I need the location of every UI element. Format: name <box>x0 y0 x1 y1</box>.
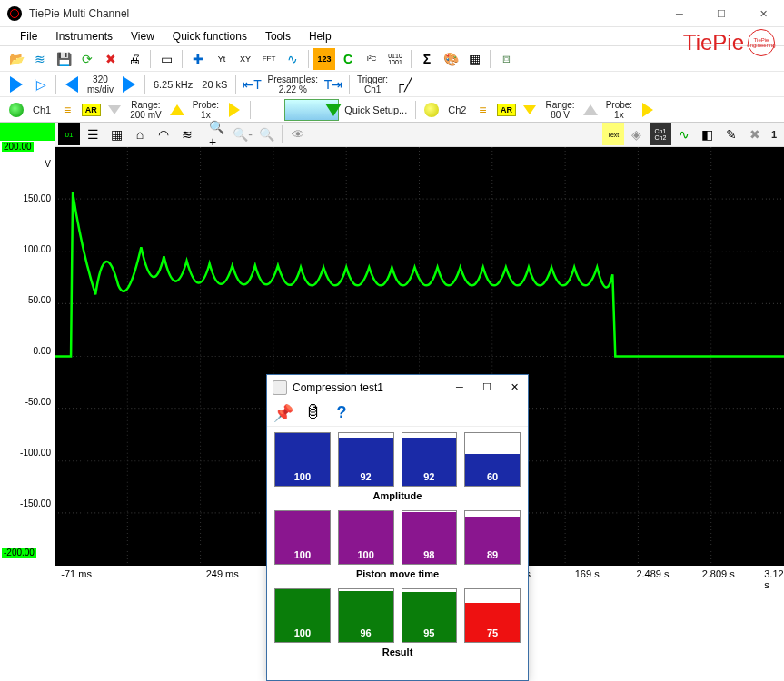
next-icon[interactable] <box>118 74 140 95</box>
ch2-coupling-icon[interactable]: ≡ <box>471 99 493 121</box>
zoom-in-icon[interactable]: 🔍+ <box>208 123 230 145</box>
comment-icon[interactable]: Text <box>602 123 624 145</box>
bar-cylinder-3: 92 <box>402 432 458 487</box>
y-axis: 200.00 V 150.00 100.00 50.00 0.00 -50.00… <box>0 123 55 586</box>
chip-icon[interactable]: ⧈ <box>495 48 517 70</box>
edit-icon[interactable]: ✎ <box>720 123 742 145</box>
timebase-speed[interactable]: 320ms/div <box>84 74 116 94</box>
zoom-reset-icon[interactable]: 🔍 <box>255 123 277 145</box>
yt-mode-icon[interactable]: Yt <box>211 48 233 70</box>
presamples[interactable]: Presamples:2.22 % <box>264 74 321 94</box>
grid-fit-icon[interactable]: 01 <box>58 123 80 145</box>
bar-cylinder-3: 98 <box>402 510 458 565</box>
align-icon[interactable]: ☰ <box>82 123 104 145</box>
i2c-icon[interactable]: I²C <box>361 48 382 70</box>
math-icon[interactable]: ≋ <box>176 123 198 145</box>
layout-icon[interactable]: ▭ <box>155 48 177 70</box>
bar-cylinder-3: 95 <box>402 588 458 643</box>
save-icon[interactable]: 💾 <box>53 48 74 70</box>
ch2-ar-badge[interactable]: AR <box>495 99 517 121</box>
ch2-range[interactable]: Range:80 V <box>542 100 577 120</box>
ch2-probe[interactable]: Probe:1x <box>603 100 635 120</box>
ch2-probe-icon[interactable] <box>637 99 659 121</box>
colorwheel-icon[interactable]: 🎨 <box>440 48 461 70</box>
waveform-icon[interactable]: ∿ <box>282 48 303 70</box>
envelope-icon[interactable]: ⌂ <box>129 123 151 145</box>
cursors-icon[interactable]: ◈ <box>626 123 648 145</box>
sample-count[interactable]: 20 kS <box>198 79 231 90</box>
ch1-range-down-icon[interactable] <box>104 99 125 121</box>
ch1-range[interactable]: Range:200 mV <box>127 100 164 120</box>
table-icon[interactable]: ▦ <box>463 48 485 70</box>
ch1-probe-icon[interactable] <box>223 99 245 121</box>
ch2-range-down-icon[interactable] <box>519 99 541 121</box>
trigger-source[interactable]: Trigger:Ch1 <box>354 74 391 94</box>
brand-circle-icon: TiePie engineering <box>748 29 775 56</box>
measure-icon[interactable]: ◧ <box>697 123 719 145</box>
piston-config-icon[interactable]: 🛢 <box>302 402 323 424</box>
t-right-icon[interactable]: T⇥ <box>323 74 344 95</box>
close-graph-icon[interactable]: ✖ <box>744 123 766 145</box>
save-waveform-icon[interactable]: ≋ <box>29 48 51 70</box>
trigger-edge-icon[interactable]: ┌╱ <box>392 74 414 95</box>
ch2-indicator[interactable] <box>421 99 442 121</box>
cursor-c-icon[interactable]: C <box>337 48 359 70</box>
dialog-minimize-button[interactable]: ─ <box>446 375 473 399</box>
play-icon[interactable] <box>5 74 27 95</box>
fft-mode-icon[interactable]: FFT <box>258 48 280 70</box>
serial-icon[interactable]: 01101001 <box>384 48 406 70</box>
refresh-icon[interactable]: ⟳ <box>76 48 98 70</box>
grid-icon[interactable]: ▦ <box>105 123 127 145</box>
close-button[interactable]: ✕ <box>742 0 784 27</box>
y-min-badge: -200.00 <box>2 548 36 558</box>
bar-cylinder-2: 92 <box>338 432 394 487</box>
ch2-label[interactable]: Ch2 <box>444 104 470 115</box>
maximize-button[interactable]: ☐ <box>700 0 742 27</box>
pin-icon[interactable]: 📌 <box>273 402 294 424</box>
xy-mode-icon[interactable]: XY <box>234 48 256 70</box>
quicksetup-icon[interactable] <box>284 99 339 121</box>
step-icon[interactable]: |▷ <box>29 74 51 95</box>
ch1-indicator[interactable] <box>5 99 27 121</box>
persist-icon[interactable]: ◠ <box>153 123 174 145</box>
menu-quick[interactable]: Quick functions <box>164 28 256 44</box>
toolbar-row-3: Ch1 ≡ AR Range:200 mV Probe:1x Quick Set… <box>0 97 784 123</box>
window-title: TiePie Multi Channel <box>29 7 129 20</box>
sigma-icon[interactable]: Σ <box>416 48 438 70</box>
y-axis-header[interactable] <box>0 123 55 141</box>
ch2-range-up-icon[interactable] <box>580 99 601 121</box>
y-max-badge: 200.00 <box>2 142 34 152</box>
add-graph-icon[interactable]: ✚ <box>187 48 209 70</box>
open-icon[interactable]: 📂 <box>5 48 27 70</box>
bar-cylinder-4: 89 <box>464 510 521 565</box>
print-icon[interactable]: 🖨 <box>124 48 145 70</box>
visibility-icon[interactable]: 👁 <box>287 123 309 145</box>
menu-file[interactable]: File <box>11 28 46 44</box>
zoom-out-icon[interactable]: 🔍- <box>232 123 253 145</box>
channels-icon[interactable]: Ch1Ch2 <box>650 123 671 145</box>
ch1-label[interactable]: Ch1 <box>29 104 55 115</box>
help-icon[interactable]: ? <box>331 402 352 424</box>
toolbar-row-1: 📂 ≋ 💾 ⟳ ✖ 🖨 ▭ ✚ Yt XY FFT ∿ 123 C I²C 01… <box>0 46 784 72</box>
counter-icon[interactable]: 123 <box>313 48 335 70</box>
dialog-titlebar[interactable]: Compression test1 ─ ☐ ✕ <box>267 375 528 400</box>
delete-icon[interactable]: ✖ <box>100 48 122 70</box>
quicksetup-button[interactable]: Quick Setup... <box>341 104 411 115</box>
prev-icon[interactable] <box>61 74 83 95</box>
sample-rate[interactable]: 6.25 kHz <box>150 79 196 90</box>
menu-help[interactable]: Help <box>300 28 341 44</box>
ch1-probe[interactable]: Probe:1x <box>190 100 222 120</box>
sine-icon[interactable]: ∿ <box>673 123 695 145</box>
ch1-coupling-icon[interactable]: ≡ <box>56 99 78 121</box>
compression-dialog[interactable]: Compression test1 ─ ☐ ✕ 📌 🛢 ? 100929260 … <box>266 374 529 681</box>
ch1-range-up-icon[interactable] <box>166 99 188 121</box>
menu-view[interactable]: View <box>122 28 164 44</box>
minimize-button[interactable]: ─ <box>659 0 700 27</box>
ch1-ar-badge[interactable]: AR <box>80 99 102 121</box>
dialog-maximize-button[interactable]: ☐ <box>473 375 501 399</box>
menu-instruments[interactable]: Instruments <box>46 28 122 44</box>
dialog-close-button[interactable]: ✕ <box>501 375 528 399</box>
result-label: Result <box>274 646 521 657</box>
menu-tools[interactable]: Tools <box>256 28 300 44</box>
t-left-icon[interactable]: ⇤T <box>241 74 263 95</box>
